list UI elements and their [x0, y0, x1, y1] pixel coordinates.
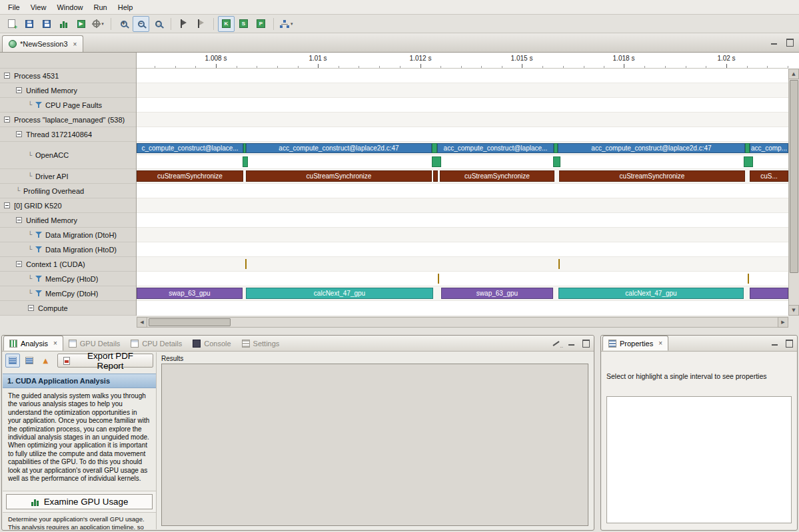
memcpy-marker[interactable] [558, 259, 560, 269]
toggle-stream-button[interactable]: S [235, 16, 252, 32]
openacc-event-marker[interactable] [432, 156, 441, 167]
session-tab[interactable]: *NewSession3 × [2, 35, 83, 52]
scroll-up-icon[interactable]: ▲ [788, 69, 799, 79]
interval-bar[interactable]: cuStreamSynchronize [559, 170, 745, 182]
minimize-icon[interactable] [770, 339, 779, 347]
scroll-down-icon[interactable]: ▼ [788, 305, 799, 316]
memcpy-marker[interactable] [438, 274, 439, 284]
tab-properties[interactable]: Properties × [602, 336, 668, 351]
interval-bar[interactable]: swap_63_gpu [441, 288, 553, 299]
interval-bar[interactable]: acc_comp... [750, 143, 788, 153]
tree-row-unified-memory[interactable]: Unified Memory [0, 83, 136, 98]
tree-row--0-grid-k520[interactable]: [0] GRID K520 [0, 198, 136, 213]
tree-row-context-1-cuda-[interactable]: Context 1 (CUDA) [0, 257, 136, 272]
collapse-toggle-icon[interactable] [16, 217, 22, 223]
collapse-toggle-icon[interactable] [16, 261, 22, 267]
tab-console[interactable]: Console [187, 336, 236, 351]
interval-bar[interactable]: cuS... [750, 170, 788, 182]
collapse-toggle-icon[interactable] [4, 117, 10, 123]
tree-row-unified-memory[interactable]: Unified Memory [0, 213, 136, 228]
toggle-kernel-button[interactable]: K [218, 16, 235, 32]
interval-bar[interactable]: calcNext_47_gpu [558, 288, 744, 299]
collapse-toggle-icon[interactable] [4, 202, 10, 208]
save-button[interactable] [21, 16, 37, 32]
tree-row-data-migration-dtoh-[interactable]: └Data Migration (DtoH) [0, 228, 136, 242]
scroll-left-icon[interactable]: ◀ [137, 317, 147, 328]
tree-row-cpu-page-faults[interactable]: └CPU Page Faults [0, 98, 136, 113]
close-tab-icon[interactable]: × [658, 340, 662, 347]
openacc-event-marker[interactable] [744, 156, 753, 167]
zoom-in-button[interactable]: + [115, 16, 132, 32]
interval-bar[interactable]: acc_compute_construct@laplace2d.c:47 [246, 143, 432, 153]
tree-row-profiling-overhead[interactable]: └Profiling Overhead [0, 184, 136, 198]
export-pdf-button[interactable]: Export PDF Report [57, 354, 153, 368]
menu-view[interactable]: View [25, 1, 52, 13]
openacc-wait-marker[interactable] [554, 143, 558, 153]
maximize-icon[interactable] [785, 38, 794, 46]
up-level-button[interactable]: ▲ [38, 354, 53, 368]
horizontal-scrollbar-thumb[interactable] [149, 318, 231, 326]
scroll-right-icon[interactable]: ▶ [778, 317, 788, 328]
memcpy-marker[interactable] [748, 274, 749, 284]
interval-bar[interactable]: cuStreamSynchronize [246, 170, 432, 182]
close-session-tab-icon[interactable]: × [73, 41, 77, 48]
tree-row-memcpy-dtoh-[interactable]: └MemCpy (DtoH) [0, 286, 136, 301]
minimize-icon[interactable] [567, 339, 576, 347]
new-session-button[interactable] [3, 16, 20, 32]
interval-bar[interactable]: swap_63_gpu [137, 288, 243, 299]
interval-bar[interactable]: c_compute_construct@laplace... [137, 143, 243, 153]
tree-row-process-4531[interactable]: Process 4531 [0, 69, 136, 83]
openacc-wait-marker[interactable] [745, 143, 750, 153]
interval-bar[interactable]: cuStreamSynchronize [440, 170, 554, 182]
vertical-scrollbar-thumb[interactable] [790, 80, 798, 273]
close-tab-icon[interactable]: × [53, 340, 57, 347]
collapse-toggle-icon[interactable] [4, 73, 10, 79]
interval-bar[interactable]: cuStreamSynchronize [137, 170, 243, 182]
tree-row-openacc[interactable]: └OpenACC [0, 142, 136, 169]
menu-run[interactable]: Run [89, 1, 113, 13]
tree-row-process-laplace-managed-538-[interactable]: Process "laplace_managed" (538) [0, 113, 136, 127]
tree-row-compute[interactable]: Compute [0, 301, 136, 316]
zoom-fit-button[interactable]: □ [150, 16, 167, 32]
menu-window[interactable]: Window [51, 1, 88, 13]
collapse-toggle-icon[interactable] [16, 131, 22, 137]
analysis-flow-button[interactable]: ▾ [278, 16, 295, 32]
save-all-button[interactable] [38, 16, 55, 32]
maximize-icon[interactable] [784, 339, 793, 347]
maximize-icon[interactable] [581, 339, 590, 347]
interval-bar[interactable]: acc_compute_construct@laplace... [437, 143, 554, 153]
horizontal-scrollbar[interactable]: ◀ ▶ [137, 317, 788, 328]
view-menu-icon[interactable] [552, 339, 562, 347]
timeline-ruler[interactable]: 1.008 s1.01 s1.012 s1.015 s1.018 s1.02 s [137, 53, 788, 69]
tree-row-memcpy-htod-[interactable]: └MemCpy (HtoD) [0, 272, 136, 286]
settings-menu-button[interactable]: ▾ [90, 16, 107, 32]
unguided-analysis-button[interactable] [22, 354, 37, 368]
guided-analysis-button[interactable] [5, 354, 20, 368]
menu-help[interactable]: Help [113, 1, 139, 13]
minimize-icon[interactable] [770, 38, 778, 46]
tree-row-thread-3172140864[interactable]: Thread 3172140864 [0, 127, 136, 142]
export-data-button[interactable]: ▶ [73, 16, 89, 32]
interval-bar[interactable] [433, 170, 438, 182]
flag-marker-outline-button[interactable] [193, 16, 209, 32]
collapse-toggle-icon[interactable] [16, 87, 22, 93]
openacc-wait-marker[interactable] [432, 143, 437, 153]
tree-row-data-migration-htod-[interactable]: └Data Migration (HtoD) [0, 242, 136, 257]
memcpy-marker[interactable] [245, 259, 247, 269]
interval-bar[interactable]: acc_compute_construct@laplace2d.c:47 [558, 143, 745, 153]
interval-bar[interactable] [750, 288, 788, 299]
openacc-wait-marker[interactable] [243, 143, 246, 153]
profile-application-button[interactable] [55, 16, 72, 32]
openacc-event-marker[interactable] [553, 156, 560, 167]
tab-gpu-details[interactable]: GPU Details [63, 336, 126, 351]
zoom-out-button[interactable]: − [133, 16, 149, 32]
tab-cpu-details[interactable]: CPU Details [125, 336, 187, 351]
examine-gpu-usage-button[interactable]: Examine GPU Usage [6, 494, 153, 509]
tree-row-driver-api[interactable]: └Driver API [0, 169, 136, 184]
collapse-toggle-icon[interactable] [28, 305, 34, 311]
vertical-scrollbar[interactable]: ▲ ▼ [788, 69, 799, 316]
tab-settings[interactable]: Settings [237, 336, 285, 351]
tab-analysis[interactable]: Analysis× [3, 336, 63, 351]
flag-marker-button[interactable] [175, 16, 192, 32]
menu-file[interactable]: File [3, 1, 25, 13]
